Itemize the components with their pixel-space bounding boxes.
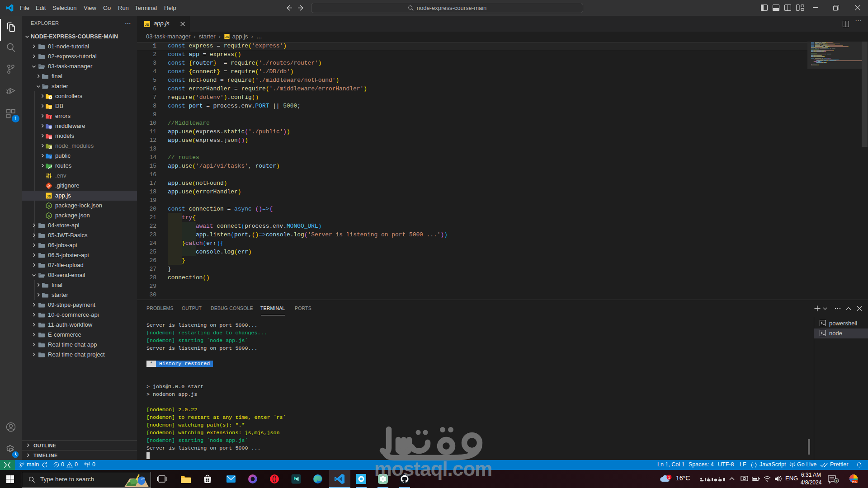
svg-text:1: 1 — [668, 475, 670, 480]
svg-text:JS: JS — [145, 23, 149, 27]
svg-text:js: js — [47, 204, 50, 208]
svg-text:JS: JS — [47, 194, 51, 198]
svg-text:PRE: PRE — [852, 480, 858, 483]
svg-text:js: js — [47, 214, 50, 218]
svg-text:1: 1 — [835, 479, 837, 483]
svg-text:JS: JS — [225, 35, 229, 38]
